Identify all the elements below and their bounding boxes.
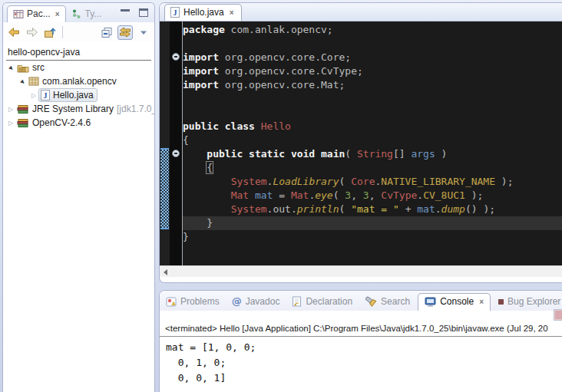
tree-item-jre-system-library[interactable]: ▷JRE System Library [jdk1.7.0_25]	[3, 102, 154, 116]
problems-icon	[166, 297, 177, 307]
java-file-icon: J	[170, 7, 180, 18]
package-folder-icon	[17, 63, 29, 73]
code-line[interactable]	[183, 106, 562, 120]
forward-icon[interactable]	[25, 25, 40, 40]
collapse-all-icon[interactable]	[100, 25, 115, 40]
code-token: .	[417, 189, 423, 201]
code-line[interactable]: {	[183, 161, 562, 175]
code-token	[183, 203, 231, 215]
code-line[interactable]: import org.opencv.core.Core;	[183, 51, 562, 64]
scroll-left-icon[interactable]	[164, 269, 167, 275]
code-line[interactable]: import org.opencv.core.CvType;	[183, 64, 562, 78]
code-token: =	[273, 189, 290, 201]
code-line[interactable]: Mat mat = Mat.eye( 3, 3, CvType.CV_8UC1 …	[183, 189, 562, 203]
package-explorer-view: Pac...×Ty... hello-opencv-java ▾src▾com.…	[2, 2, 155, 392]
code-token: dump	[441, 203, 465, 215]
console-output[interactable]: mat = [1, 0, 0; 0, 1, 0; 0, 0, 1]	[160, 337, 562, 386]
tree-item-com-anlak-opencv[interactable]: ▾com.anlak.opencv	[3, 74, 154, 88]
annotation-ruler[interactable]	[160, 21, 170, 265]
tree-item-content: JRE System Library [jdk1.7.0_25]	[15, 103, 155, 115]
code-token: CvType	[381, 189, 417, 201]
tree-item-label: com.anlak.opencv	[42, 76, 117, 87]
project-label[interactable]: hello-opencv-java	[6, 46, 151, 61]
editor-tab-hello-java[interactable]: J Hello.java ×	[164, 4, 242, 21]
editor-pane: J Hello.java × package com.anlak.opencv;…	[159, 2, 562, 283]
close-icon[interactable]: ×	[230, 8, 234, 17]
library-icon	[17, 104, 29, 114]
tab-search[interactable]: Search	[359, 294, 416, 311]
code-line[interactable]: import org.opencv.core.Mat;	[183, 78, 562, 92]
code-token: CV_8UC1	[423, 189, 465, 201]
tree-item-opencv-2-4-6[interactable]: ▷OpenCV-2.4.6	[3, 116, 154, 130]
tree-item-label: src	[32, 62, 45, 73]
minimize-icon[interactable]	[121, 9, 130, 16]
tree-item-content: src	[15, 61, 48, 74]
tab-javadoc[interactable]: @Javadoc	[226, 293, 286, 311]
tree-item-content: OpenCV-2.4.6	[15, 117, 94, 129]
code-token: (	[339, 176, 352, 187]
code-token	[183, 162, 207, 173]
fold-collapse-icon[interactable]	[172, 53, 180, 61]
code-token: }	[183, 217, 213, 229]
code-token: org.opencv.core.Mat;	[219, 79, 345, 91]
code-token: System	[231, 176, 267, 187]
up-icon[interactable]	[42, 25, 58, 40]
code-token: "mat = "	[351, 203, 399, 215]
editor-horizontal-scrollbar[interactable]	[160, 265, 562, 277]
code-token: .	[435, 203, 441, 215]
view-menu-icon[interactable]	[136, 25, 151, 40]
code-line[interactable]: System.out.println( "mat = " + mat.dump(…	[183, 203, 562, 216]
code-token: System	[231, 203, 267, 215]
folding-ruler[interactable]	[170, 21, 182, 265]
code-line[interactable]: }	[183, 230, 562, 244]
code-token	[183, 176, 231, 187]
code-line[interactable]: public class Hello	[183, 120, 562, 133]
link-with-editor-icon[interactable]	[117, 25, 133, 40]
console-tabbar: Problems@JavadocDeclarationSearchConsole…	[160, 291, 562, 311]
code-token: LoadLibrary	[273, 176, 339, 187]
tree-item-hello-java[interactable]: ▷JHello.java	[3, 88, 154, 102]
range-indicator	[160, 148, 169, 229]
code-token: mat	[255, 189, 273, 201]
code-token: ,	[351, 189, 363, 201]
code-token: 3	[363, 189, 369, 201]
code-line[interactable]	[183, 37, 562, 51]
code-line[interactable]: {	[183, 133, 562, 147]
code-line[interactable]: }	[183, 216, 562, 230]
tree-item-src[interactable]: ▾src	[3, 61, 154, 74]
view-tab-ty[interactable]: Ty...	[66, 6, 107, 22]
package-explorer-icon	[13, 9, 24, 19]
code-token: }	[183, 231, 189, 242]
expand-arrow-icon[interactable]: ▷	[6, 106, 15, 113]
expand-arrow-icon[interactable]: ▷	[6, 120, 15, 127]
code-token: {	[183, 134, 189, 146]
type-hierarchy-icon	[71, 8, 82, 19]
expand-arrow-icon[interactable]: ▷	[29, 92, 38, 99]
search-icon	[365, 296, 377, 307]
svg-text:J: J	[44, 91, 48, 100]
close-icon[interactable]: ×	[479, 298, 484, 306]
tab-declaration[interactable]: Declaration	[286, 294, 359, 311]
tab-problems[interactable]: Problems	[160, 294, 226, 311]
fold-collapse-icon[interactable]	[172, 150, 180, 157]
tab-console[interactable]: Console×	[418, 293, 491, 311]
maximize-icon[interactable]	[139, 8, 148, 17]
terminate-button[interactable]	[554, 309, 562, 321]
tree-item-label: OpenCV-2.4.6	[32, 117, 91, 128]
code-token: package	[183, 24, 225, 35]
view-tab-pac[interactable]: Pac...×	[7, 5, 66, 22]
close-icon[interactable]: ×	[55, 10, 60, 18]
back-icon[interactable]	[6, 25, 21, 40]
console-icon	[425, 297, 436, 307]
editor-tab-label: Hello.java	[183, 7, 224, 18]
code-line[interactable]: System.LoadLibrary( Core.NATIVE_LIBRARY_…	[183, 175, 562, 189]
view-tab-label: Pac...	[27, 8, 51, 19]
code-line[interactable]: public static void main( String[] args )	[183, 147, 562, 161]
code-token: );	[465, 189, 483, 201]
code-area[interactable]: package com.anlak.opencv;import org.open…	[183, 21, 562, 265]
code-line[interactable]	[183, 92, 562, 106]
tab-bug-explorer[interactable]: Bug Explorer	[492, 294, 562, 311]
tree-item-content: com.anlak.opencv	[27, 75, 120, 87]
svg-text:J: J	[174, 8, 177, 17]
code-line[interactable]: package com.anlak.opencv;	[183, 23, 562, 37]
